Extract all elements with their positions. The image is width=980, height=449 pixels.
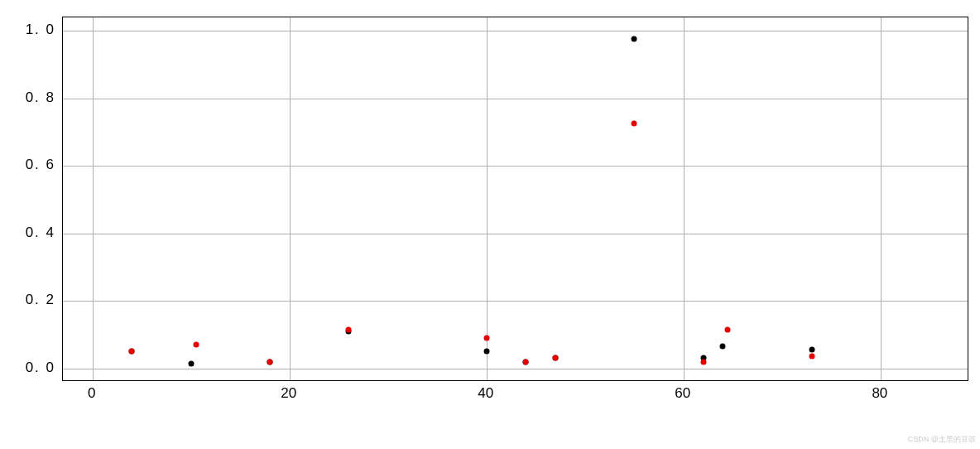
- y-tick-label: 0. 0: [26, 360, 55, 376]
- gridline-v: [487, 17, 488, 380]
- data-point-red: [725, 326, 731, 332]
- x-tick-label: 60: [675, 385, 690, 402]
- data-point-black: [188, 360, 194, 366]
- gridline-h: [63, 166, 968, 167]
- data-point-black: [720, 344, 726, 350]
- watermark: CSDN @土里的豆豉: [908, 434, 976, 445]
- gridline-v: [684, 17, 685, 380]
- y-tick-label: 0. 2: [26, 292, 55, 308]
- scatter-chart: 0204060800. 00. 20. 40. 60. 81. 0: [41, 8, 968, 406]
- x-tick-label: 0: [88, 385, 95, 402]
- y-tick-label: 0. 8: [26, 89, 55, 106]
- data-point-red: [700, 359, 706, 365]
- gridline-h: [63, 31, 968, 31]
- data-point-black: [632, 36, 637, 42]
- data-point-red: [267, 359, 272, 365]
- plot-area: [62, 17, 968, 381]
- data-point-red: [129, 349, 135, 355]
- data-point-red: [346, 326, 352, 332]
- y-tick-label: 1. 0: [26, 22, 55, 38]
- data-point-red: [193, 342, 199, 348]
- data-point-red: [809, 354, 814, 360]
- gridline-h: [63, 99, 968, 99]
- data-point-black: [483, 349, 489, 355]
- gridline-v: [93, 17, 94, 380]
- gridline-h: [63, 301, 968, 302]
- x-tick-label: 40: [478, 385, 493, 402]
- y-tick-label: 0. 4: [26, 224, 55, 241]
- data-point-black: [809, 347, 814, 353]
- x-tick-label: 80: [872, 385, 887, 402]
- data-point-red: [553, 355, 559, 361]
- gridline-h: [63, 369, 968, 369]
- data-point-red: [632, 121, 637, 127]
- gridline-v: [881, 17, 882, 380]
- gridline-v: [290, 17, 291, 380]
- x-tick-label: 20: [281, 385, 296, 402]
- y-tick-label: 0. 6: [26, 157, 55, 173]
- data-point-red: [523, 359, 529, 365]
- gridline-h: [63, 234, 968, 234]
- data-point-red: [483, 336, 489, 341]
